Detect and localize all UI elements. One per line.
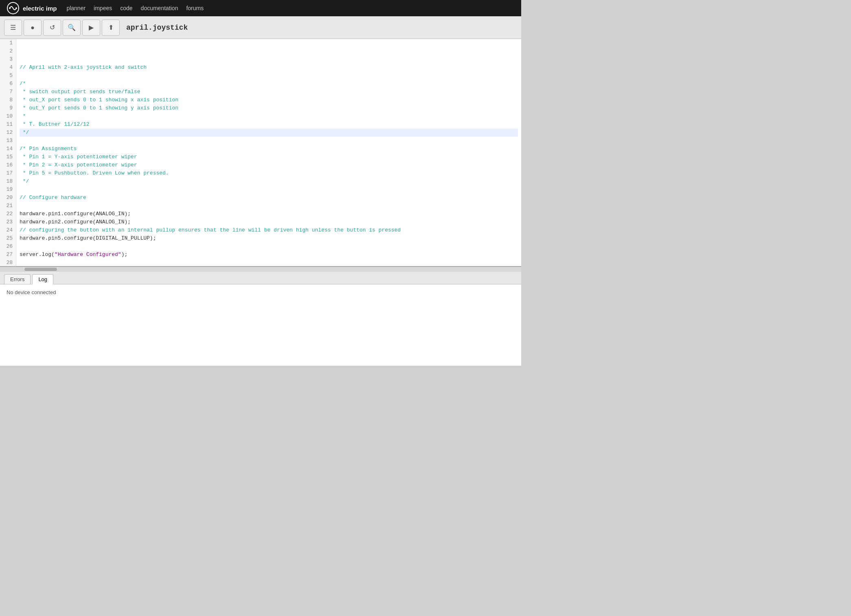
- svg-point-1: [9, 7, 11, 9]
- code-line: * switch output port sends true/false: [20, 88, 518, 96]
- main-nav: planner impees code documentation forums: [66, 5, 204, 11]
- line-number: 12: [3, 129, 13, 137]
- code-line: * Pin 5 = Pushbutton. Driven Low when pr…: [20, 169, 518, 177]
- code-line: server.log("Hardware Configured");: [20, 251, 518, 259]
- line-number: 20: [3, 194, 13, 202]
- tab-log[interactable]: Log: [32, 274, 53, 284]
- logo-icon: [7, 2, 20, 15]
- nav-impees[interactable]: impees: [94, 5, 112, 11]
- code-line: // April with 2-axis joystick and switch: [20, 63, 518, 72]
- line-number: 7: [3, 88, 13, 96]
- code-line: /*: [20, 80, 518, 88]
- code-line: hardware.pin5.configure(DIGITAL_IN_PULLU…: [20, 234, 518, 242]
- code-line: [20, 242, 518, 251]
- bottom-panel: Errors Log No device connected: [0, 272, 521, 366]
- sidebar-toggle-button[interactable]: ☰: [4, 20, 22, 36]
- tab-errors[interactable]: Errors: [4, 274, 31, 284]
- line-number: 14: [3, 145, 13, 153]
- code-line: * T. Buttner 11/12/12: [20, 120, 518, 129]
- code-line: hardware.pin2.configure(ANALOG_IN);: [20, 218, 518, 226]
- nav-code[interactable]: code: [120, 5, 132, 11]
- line-number: 24: [3, 226, 13, 234]
- code-line: [20, 202, 518, 210]
- bottom-content: No device connected: [0, 284, 521, 366]
- logo: electric imp: [7, 2, 57, 15]
- code-line: [20, 137, 518, 145]
- code-line: * Pin 1 = Y-axis potentiometer wiper: [20, 153, 518, 161]
- line-number: 4: [3, 63, 13, 72]
- code-line: // configuring the button with an intern…: [20, 226, 518, 234]
- logo-text: electric imp: [23, 5, 57, 12]
- nav-documentation[interactable]: documentation: [141, 5, 178, 11]
- search-button[interactable]: 🔍: [63, 20, 81, 36]
- log-message: No device connected: [7, 289, 56, 295]
- code-line: * out_X port sends 0 to 1 showing x axis…: [20, 96, 518, 104]
- code-line: hardware.pin1.configure(ANALOG_IN);: [20, 210, 518, 218]
- line-number: 16: [3, 161, 13, 169]
- editor-title: april.joystick: [126, 24, 188, 32]
- line-number: 18: [3, 177, 13, 186]
- line-number: 25: [3, 234, 13, 242]
- code-line: * Pin 2 = X-axis potentiometer wiper: [20, 161, 518, 169]
- nav-planner[interactable]: planner: [66, 5, 86, 11]
- line-number: 8: [3, 96, 13, 104]
- line-number: 23: [3, 218, 13, 226]
- code-line: [20, 259, 518, 267]
- line-number: 19: [3, 186, 13, 194]
- code-line: */: [20, 129, 518, 137]
- editor-toolbar: ☰ ● ↺ 🔍 ▶ ⬆ april.joystick: [0, 16, 521, 39]
- code-line: [20, 186, 518, 194]
- line-number: 28: [3, 259, 13, 267]
- line-number: 1: [3, 39, 13, 47]
- code-line: [20, 72, 518, 80]
- bottom-tabs: Errors Log: [0, 272, 521, 284]
- svg-point-2: [15, 7, 17, 9]
- horizontal-scrollbar[interactable]: [0, 267, 521, 272]
- top-navigation: electric imp planner impees code documen…: [0, 0, 521, 16]
- deploy-button[interactable]: ⬆: [102, 20, 120, 36]
- line-number: 27: [3, 251, 13, 259]
- line-number: 5: [3, 72, 13, 80]
- stop-button[interactable]: ●: [24, 20, 42, 36]
- line-number: 10: [3, 112, 13, 120]
- line-numbers: 1234567891011121314151617181920212223242…: [0, 39, 16, 267]
- line-number: 13: [3, 137, 13, 145]
- line-number: 2: [3, 47, 13, 55]
- scrollbar-thumb[interactable]: [24, 268, 57, 271]
- line-number: 3: [3, 55, 13, 63]
- line-number: 11: [3, 120, 13, 129]
- code-line: */: [20, 177, 518, 186]
- line-number: 6: [3, 80, 13, 88]
- code-line: /* Pin Assignments: [20, 145, 518, 153]
- line-number: 26: [3, 242, 13, 251]
- code-line: // Configure hardware: [20, 194, 518, 202]
- line-number: 15: [3, 153, 13, 161]
- line-number: 9: [3, 104, 13, 112]
- nav-forums[interactable]: forums: [186, 5, 204, 11]
- line-number: 17: [3, 169, 13, 177]
- run-button[interactable]: ▶: [82, 20, 100, 36]
- line-number: 22: [3, 210, 13, 218]
- line-number: 21: [3, 202, 13, 210]
- code-editor[interactable]: 1234567891011121314151617181920212223242…: [0, 39, 521, 267]
- undo-button[interactable]: ↺: [43, 20, 61, 36]
- code-line: *: [20, 112, 518, 120]
- code-line: * out_Y port sends 0 to 1 showing y axis…: [20, 104, 518, 112]
- code-content[interactable]: // April with 2-axis joystick and switch…: [16, 39, 521, 267]
